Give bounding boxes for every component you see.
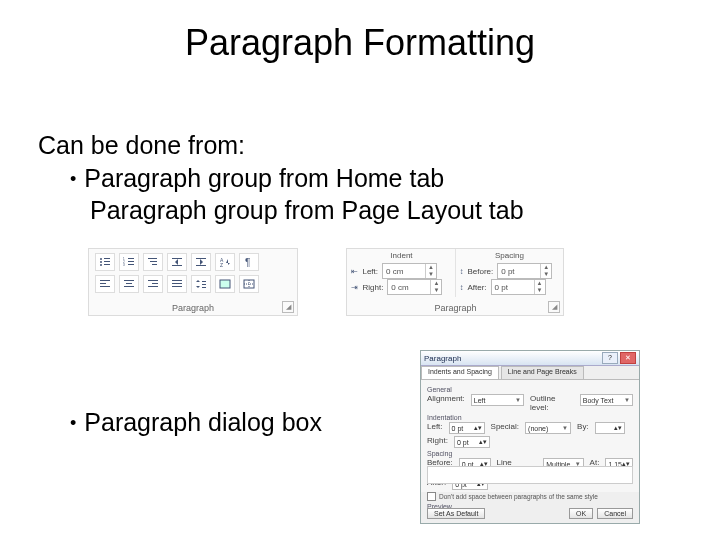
svg-rect-12 [148,258,157,259]
layout-dialog-launcher[interactable]: ◢ [548,301,560,313]
dlg-by-spinner[interactable]: ▴▾ [595,422,625,434]
svg-rect-5 [104,264,110,265]
up-arrow-icon[interactable]: ▲ [535,280,545,287]
svg-rect-32 [152,283,158,284]
spacing-before-label: Before: [467,267,493,276]
svg-text:3: 3 [123,263,125,267]
sort-button[interactable]: AZ [215,253,235,271]
down-arrow-icon[interactable]: ▼ [535,287,545,294]
down-arrow-icon[interactable]: ▼ [431,287,441,294]
dlg-special-value: (none) [528,425,548,432]
bullet-dot-icon: • [70,413,76,433]
tab-indents-spacing[interactable]: Indents and Spacing [421,366,499,379]
outline-label: Outline level: [530,394,574,412]
numbering-button[interactable]: 123 [119,253,139,271]
slide-title: Paragraph Formatting [0,22,720,64]
dont-add-space-label: Don't add space between paragraphs of th… [439,493,598,500]
cancel-button[interactable]: Cancel [597,508,633,519]
indent-left-value: 0 cm [383,267,425,276]
spacing-before-value: 0 pt [498,267,540,276]
ok-button[interactable]: OK [569,508,593,519]
dlg-left-spinner[interactable]: 0 pt▴▾ [449,422,485,434]
svg-point-0 [100,258,102,260]
alignment-combo[interactable]: Left▼ [471,394,524,406]
svg-text:Z: Z [220,262,223,267]
home-group-caption: Paragraph [89,303,297,313]
show-hide-button[interactable]: ¶ [239,253,259,271]
decrease-indent-button[interactable] [167,253,187,271]
svg-rect-25 [100,280,110,281]
home-dialog-launcher[interactable]: ◢ [282,301,294,313]
svg-rect-17 [172,265,182,266]
indentation-section: Indentation [427,414,633,421]
up-arrow-icon[interactable]: ▲ [431,280,441,287]
close-button[interactable]: ✕ [620,352,636,364]
dlg-by-label: By: [577,422,589,434]
indent-header: Indent [347,251,455,260]
svg-rect-28 [124,280,134,281]
svg-rect-3 [104,261,110,262]
help-button[interactable]: ? [602,352,618,364]
chevron-down-icon: ▼ [515,397,521,403]
dlg-right-spinner[interactable]: 0 pt▴▾ [454,436,490,448]
svg-rect-20 [196,265,206,266]
slide-body: Can be done from: •Paragraph group from … [38,130,688,226]
outline-combo[interactable]: Body Text▼ [580,394,633,406]
line-spacing-button[interactable] [191,275,211,293]
bullet-page-layout-tab: Paragraph group from Page Layout tab [90,195,688,226]
svg-rect-14 [152,264,157,265]
down-arrow-icon[interactable]: ▼ [426,271,436,278]
align-left-button[interactable] [95,275,115,293]
chevron-down-icon: ▼ [624,397,630,403]
spacing-before-spinner[interactable]: 0 pt▲▼ [497,263,552,279]
bullet-home-tab: •Paragraph group from Home tab [70,163,688,194]
tab-line-page-breaks[interactable]: Line and Page Breaks [501,366,584,379]
svg-marker-23 [226,259,230,265]
spacing-after-icon: ↕ [459,283,463,292]
svg-rect-33 [148,286,158,287]
svg-rect-1 [104,258,110,259]
spacing-after-spinner[interactable]: 0 pt▲▼ [491,279,546,295]
svg-rect-9 [128,261,134,262]
spacing-after-label: After: [467,283,486,292]
intro-line: Can be done from: [38,130,688,161]
bullets-button[interactable] [95,253,115,271]
set-default-button[interactable]: Set As Default [427,508,485,519]
increase-indent-button[interactable] [191,253,211,271]
dlg-special-combo[interactable]: (none)▼ [525,422,571,434]
general-section: General [427,386,633,393]
svg-rect-7 [128,258,134,259]
svg-marker-37 [196,280,200,282]
svg-rect-26 [100,283,106,284]
up-arrow-icon[interactable]: ▲ [541,264,551,271]
indent-left-spinner[interactable]: 0 cm▲▼ [382,263,437,279]
dlg-left-label: Left: [427,422,443,434]
paragraph-dialog: Paragraph ? ✕ Indents and Spacing Line a… [420,350,640,524]
svg-rect-36 [172,286,182,287]
alignment-label: Alignment: [427,394,465,412]
dont-add-space-checkbox[interactable]: Don't add space between paragraphs of th… [427,492,633,501]
spacing-after-value: 0 pt [492,283,534,292]
dlg-special-label: Special: [491,422,519,434]
bullet-home-tab-text: Paragraph group from Home tab [84,164,444,192]
indent-right-value: 0 cm [388,283,430,292]
borders-button[interactable] [239,275,259,293]
dlg-right-value: 0 pt [457,439,469,446]
justify-button[interactable] [167,275,187,293]
layout-group-caption: Paragraph [347,303,563,313]
down-arrow-icon[interactable]: ▼ [541,271,551,278]
svg-rect-30 [124,286,134,287]
up-arrow-icon[interactable]: ▲ [426,264,436,271]
svg-point-4 [100,264,102,266]
shading-button[interactable] [215,275,235,293]
svg-rect-11 [128,264,134,265]
indent-right-spinner[interactable]: 0 cm▲▼ [387,279,442,295]
align-center-button[interactable] [119,275,139,293]
indent-right-label: Right: [362,283,383,292]
multilevel-list-button[interactable] [143,253,163,271]
svg-rect-13 [150,261,157,262]
spacing-before-icon: ↕ [459,267,463,276]
outline-value: Body Text [583,397,614,404]
spacing-section: Spacing [427,450,633,457]
align-right-button[interactable] [143,275,163,293]
